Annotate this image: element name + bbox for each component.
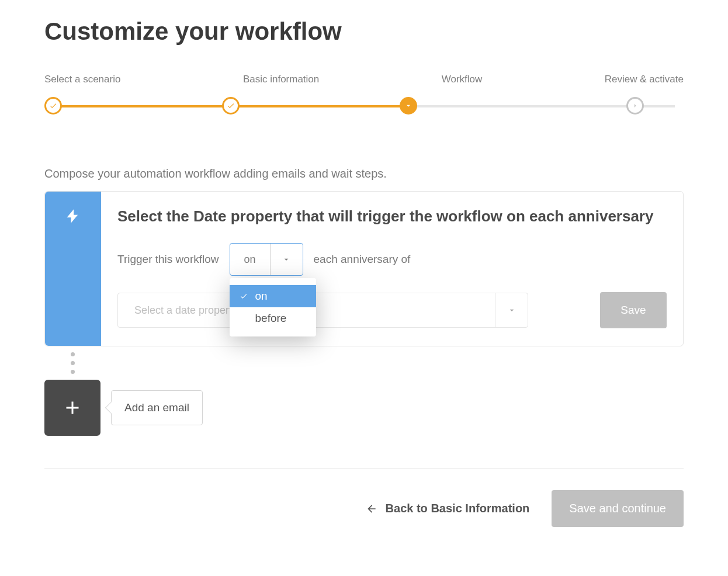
date-property-select[interactable]: Select a date property <box>117 293 528 328</box>
trigger-icon-bar <box>45 192 101 346</box>
check-icon <box>227 102 235 110</box>
trigger-post-text: each anniversary of <box>314 253 411 266</box>
save-button[interactable]: Save <box>600 292 667 328</box>
plus-icon <box>62 397 83 418</box>
step-circle-basic[interactable] <box>222 97 240 114</box>
timing-option-before-label: before <box>255 312 287 325</box>
timing-option-on[interactable]: on <box>230 285 316 307</box>
trigger-heading: Select the Date property that will trigg… <box>117 206 667 227</box>
timing-select[interactable]: on <box>230 243 303 276</box>
chevron-right-icon <box>631 102 639 110</box>
trigger-pre-text: Trigger this workflow <box>117 253 219 266</box>
continue-button[interactable]: Save and continue <box>552 490 684 527</box>
step-label-basic: Basic information <box>243 74 319 85</box>
back-button-label: Back to Basic Information <box>386 502 530 515</box>
connector-dots <box>44 346 100 380</box>
lightning-icon <box>65 208 81 224</box>
trigger-card: Select the Date property that will trigg… <box>44 191 684 346</box>
add-step-button[interactable] <box>44 380 100 436</box>
arrow-left-icon <box>366 503 377 515</box>
stepper: Select a scenario Basic information Work… <box>44 74 684 114</box>
chevron-down-icon <box>507 306 516 315</box>
check-icon <box>49 102 57 110</box>
timing-select-value: on <box>230 244 270 275</box>
chevron-down-icon <box>404 102 412 110</box>
step-label-workflow: Workflow <box>442 74 483 85</box>
timing-option-on-label: on <box>255 290 268 303</box>
step-label-review: Review & activate <box>605 74 684 85</box>
chevron-down-icon <box>282 255 291 264</box>
step-circle-review[interactable] <box>626 97 644 114</box>
add-step-label: Add an email <box>111 390 203 425</box>
timing-option-before[interactable]: before <box>230 307 316 329</box>
timing-dropdown-panel: on before <box>230 278 316 336</box>
intro-text: Compose your automation workflow adding … <box>44 167 684 181</box>
step-label-scenario: Select a scenario <box>44 74 120 85</box>
footer-divider <box>44 469 684 469</box>
step-circle-workflow[interactable] <box>400 97 417 114</box>
step-circle-scenario[interactable] <box>44 97 62 114</box>
back-button[interactable]: Back to Basic Information <box>366 502 530 515</box>
check-icon <box>240 292 248 300</box>
page-title: Customize your workflow <box>44 18 684 46</box>
